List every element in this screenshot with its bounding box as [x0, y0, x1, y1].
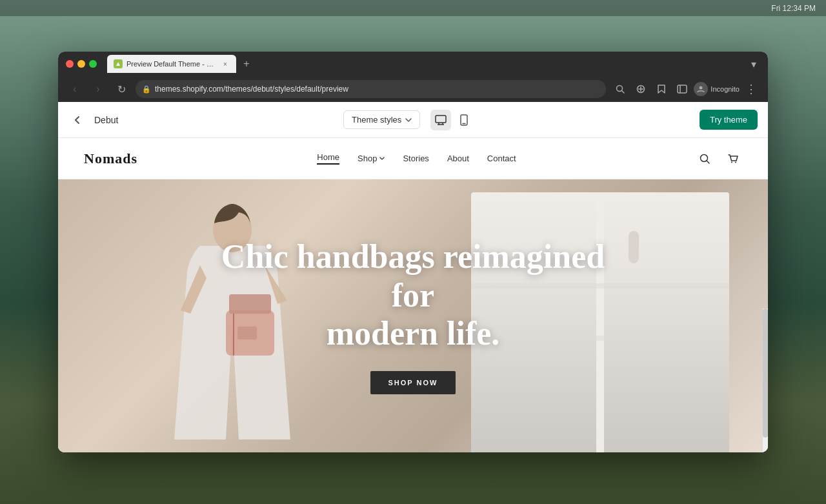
incognito-avatar[interactable] [694, 82, 708, 96]
title-bar: Preview Default Theme - Debu × + ▾ [58, 52, 768, 76]
svg-rect-5 [678, 85, 687, 93]
nav-item-about[interactable]: About [447, 154, 469, 163]
shop-now-button[interactable]: SHOP NOW [370, 371, 456, 394]
toolbar-actions: Incognito ⋮ [611, 80, 760, 98]
theme-styles-label: Theme styles [352, 115, 401, 125]
try-theme-button[interactable]: Try theme [700, 110, 758, 130]
menu-bar-time: Fri 12:34 PM [771, 4, 816, 13]
ssl-lock-icon: 🔒 [142, 85, 151, 94]
traffic-lights [66, 60, 97, 68]
hero-section: Chic handbags reimagined for modern life… [58, 179, 768, 452]
nav-item-stories[interactable]: Stories [403, 154, 428, 163]
back-to-themes-button[interactable] [68, 111, 86, 129]
store-nav-actions [696, 150, 742, 168]
svg-rect-8 [436, 116, 446, 123]
tab-favicon [114, 59, 123, 68]
shop-dropdown-icon [379, 157, 385, 160]
preview-area: Nomads Home Shop Stories About Contact [58, 138, 768, 452]
store-cart-button[interactable] [724, 150, 742, 168]
hero-heading: Chic handbags reimagined for modern life… [219, 237, 607, 353]
nav-item-home[interactable]: Home [317, 152, 339, 165]
refresh-button[interactable]: ↻ [112, 80, 130, 98]
close-window-button[interactable] [66, 60, 74, 68]
store-preview: Nomads Home Shop Stories About Contact [58, 138, 768, 452]
active-tab[interactable]: Preview Default Theme - Debu × [107, 55, 236, 73]
tab-title: Preview Default Theme - Debu [126, 60, 217, 68]
theme-editor-center: Theme styles [126, 110, 692, 130]
shield-button[interactable] [632, 80, 650, 98]
theme-editor-header: Debut Theme styles [58, 102, 768, 138]
svg-line-1 [622, 91, 625, 94]
svg-point-16 [731, 161, 732, 163]
minimize-window-button[interactable] [77, 60, 85, 68]
back-button[interactable]: ‹ [66, 80, 84, 98]
browser-toolbar: ‹ › ↻ 🔒 themes.shopify.com/themes/debut/… [58, 76, 768, 102]
search-button[interactable] [611, 80, 629, 98]
mobile-view-button[interactable] [454, 110, 474, 130]
svg-point-17 [735, 161, 736, 163]
svg-point-7 [700, 86, 703, 90]
theme-editor: Debut Theme styles [58, 102, 768, 138]
url-text: themes.shopify.com/themes/debut/styles/d… [155, 85, 599, 94]
store-nav: Home Shop Stories About Contact [317, 152, 516, 165]
desktop-view-button[interactable] [430, 110, 451, 130]
desktop-menu-bar: Fri 12:34 PM [0, 0, 826, 16]
sidebar-button[interactable] [673, 80, 691, 98]
incognito-label: Incognito [710, 85, 740, 93]
address-bar[interactable]: 🔒 themes.shopify.com/themes/debut/styles… [136, 80, 606, 98]
view-toggle [430, 110, 474, 130]
browser-window: Preview Default Theme - Debu × + ▾ ‹ › ↻… [58, 52, 768, 452]
store-logo: Nomads [84, 150, 137, 167]
browser-chrome: Preview Default Theme - Debu × + ▾ ‹ › ↻… [58, 52, 768, 102]
bookmark-button[interactable] [652, 80, 670, 98]
tab-close-button[interactable]: × [221, 59, 230, 68]
browser-menu-button[interactable]: ⋮ [742, 80, 760, 98]
svg-line-15 [707, 161, 709, 163]
hero-text-container: Chic handbags reimagined for modern life… [58, 179, 768, 452]
theme-name-label: Debut [94, 115, 118, 125]
forward-button[interactable]: › [89, 80, 107, 98]
theme-styles-button[interactable]: Theme styles [343, 110, 420, 129]
store-navbar: Nomads Home Shop Stories About Contact [58, 138, 768, 179]
new-tab-button[interactable]: + [239, 56, 254, 72]
tab-overflow-button[interactable]: ▾ [747, 57, 760, 72]
store-search-button[interactable] [696, 150, 714, 168]
nav-item-shop[interactable]: Shop [358, 154, 385, 163]
tabs-area: Preview Default Theme - Debu × + [107, 55, 742, 73]
maximize-window-button[interactable] [89, 60, 97, 68]
nav-item-contact[interactable]: Contact [487, 154, 516, 163]
